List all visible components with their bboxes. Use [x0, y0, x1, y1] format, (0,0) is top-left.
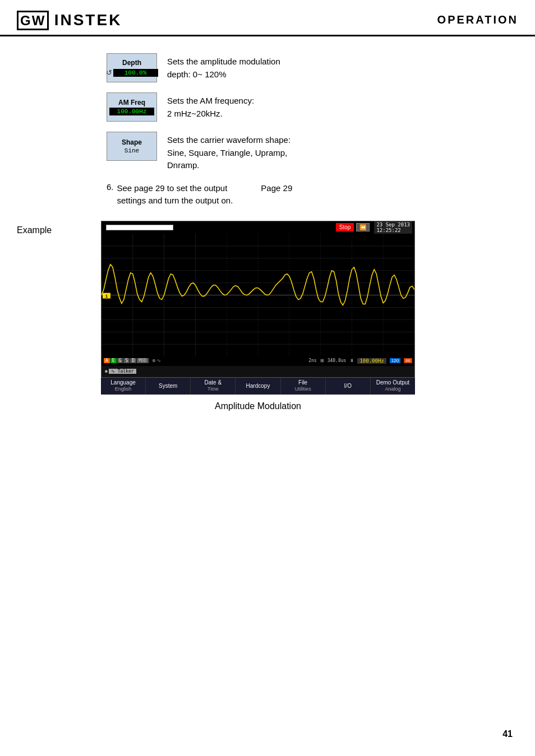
- menu-io[interactable]: I/O: [326, 378, 371, 395]
- depth-description: Sets the amplitude modulation depth: 0~ …: [167, 53, 280, 81]
- menu-demo-line2: Analog: [385, 386, 400, 392]
- scope-ref-btn[interactable]: 88: [404, 358, 412, 363]
- scope-menu-bar: Language English System Date & Time Hard…: [101, 378, 415, 395]
- scope-top-bar: Stop ⏪ 23 Sep 2013 12:25:22: [102, 221, 414, 234]
- ch-A-btn[interactable]: A: [104, 358, 110, 363]
- menu-language-value: English: [115, 386, 132, 392]
- step6-row: 6. See page 29 to set the output Page 29…: [107, 182, 518, 207]
- ch-D-btn[interactable]: D: [130, 358, 136, 363]
- scope-container: Stop ⏪ 23 Sep 2013 12:25:22: [101, 221, 518, 411]
- step6-page-ref: Page 29: [261, 183, 292, 193]
- scope-grid-icon: ⊞: [320, 358, 324, 363]
- menu-hardcopy-label: Hardcopy: [246, 383, 270, 389]
- stop-button[interactable]: Stop: [336, 223, 354, 231]
- menu-file-line2: Utilities: [295, 386, 311, 392]
- depth-value: 100.0%: [113, 69, 158, 77]
- main-content: Depth ↺ 100.0% Sets the amplitude modula…: [0, 36, 535, 428]
- ch-E-btn[interactable]: E: [110, 358, 117, 363]
- shape-param-row: Shape Sine Sets the carrier waveform sha…: [107, 132, 518, 172]
- menu-language[interactable]: Language English: [101, 378, 146, 395]
- scope-datetime: 23 Sep 2013 12:25:22: [374, 221, 412, 234]
- scope-bottom-info: A E G S D MOD ⊗ ∿ 2ns ⊞ 340.0us ⏸: [102, 356, 414, 366]
- example-label: Example: [17, 221, 101, 235]
- ch-S-btn[interactable]: S: [123, 358, 130, 363]
- ch-MOD-btn[interactable]: MOD: [137, 358, 148, 363]
- amfreq-param-row: AM Freq 100.00Hz Sets the AM frequency: …: [107, 92, 518, 122]
- menu-hardcopy[interactable]: Hardcopy: [236, 378, 280, 395]
- menu-language-label: Language: [110, 379, 136, 386]
- scope-pause-icon: ⏸: [349, 358, 354, 363]
- menu-io-label: I/O: [344, 383, 352, 389]
- step6-number: 6.: [107, 182, 114, 192]
- amfreq-param-box: AM Freq 100.00Hz: [107, 92, 157, 122]
- depth-icon: ↺: [106, 68, 112, 77]
- shape-value: Sine: [124, 147, 139, 154]
- menu-file-line1: File: [298, 379, 307, 386]
- ruler-left-marker: ●: [105, 369, 108, 374]
- menu-datetime-line2: Time: [207, 386, 219, 392]
- oscilloscope-screen: Stop ⏪ 23 Sep 2013 12:25:22: [101, 221, 415, 378]
- shape-description: Sets the carrier waveform shape: Sine, S…: [167, 132, 290, 172]
- menu-system-label: System: [159, 383, 177, 389]
- company-logo: GW INSTEK: [17, 10, 122, 29]
- svg-text:1: 1: [105, 293, 108, 298]
- menu-datetime-line1: Date &: [205, 379, 222, 386]
- shape-label: Shape: [122, 138, 142, 146]
- logo-instek: INSTEK: [54, 11, 122, 29]
- ch-G-btn[interactable]: G: [117, 358, 123, 363]
- scope-timebase: 2ns: [308, 358, 316, 363]
- ruler-label: ∿ Talker: [109, 369, 136, 374]
- amplitude-modulation-caption: Amplitude Modulation: [101, 401, 415, 411]
- menu-file-utilities[interactable]: File Utilities: [281, 378, 326, 395]
- logo-gw: GW: [17, 11, 49, 30]
- waveform-icon-button[interactable]: ⏪: [356, 223, 370, 231]
- menu-system[interactable]: System: [146, 378, 191, 395]
- parameter-section: Depth ↺ 100.0% Sets the amplitude modula…: [107, 53, 518, 172]
- page-header: GW INSTEK OPERATION: [0, 0, 535, 36]
- scope-wf-symbol: ⊗ ∿: [152, 358, 161, 363]
- scope-time-offset: 340.0us: [328, 358, 347, 363]
- example-section: Example Stop ⏪ 23 Sep 2013 12:25:22: [17, 221, 518, 411]
- waveform-selector: [106, 225, 173, 230]
- shape-param-box: Shape Sine: [107, 132, 157, 161]
- step6-text-line2: settings and turn the output on.: [117, 194, 293, 207]
- scope-ruler: ● ∿ Talker: [102, 366, 414, 377]
- scope-ch-num: 120: [390, 358, 400, 363]
- depth-param-row: Depth ↺ 100.0% Sets the amplitude modula…: [107, 53, 518, 82]
- depth-label: Depth: [122, 59, 141, 67]
- page-number: 41: [502, 729, 513, 739]
- scope-freq-display: 100.00Hz: [357, 358, 386, 364]
- waveform-display: 1: [102, 234, 414, 356]
- menu-demo-line1: Demo Output: [376, 379, 409, 386]
- depth-param-box: Depth ↺ 100.0%: [107, 53, 157, 82]
- section-title: OPERATION: [437, 13, 518, 26]
- amfreq-label: AM Freq: [118, 99, 145, 106]
- amfreq-value: 100.00Hz: [109, 108, 154, 115]
- menu-datetime[interactable]: Date & Time: [191, 378, 236, 395]
- menu-demo-output[interactable]: Demo Output Analog: [371, 378, 415, 395]
- step6-text-line1: See page 29 to set the output: [117, 182, 228, 195]
- amfreq-description: Sets the AM frequency: 2 mHz~20kHz.: [167, 92, 254, 120]
